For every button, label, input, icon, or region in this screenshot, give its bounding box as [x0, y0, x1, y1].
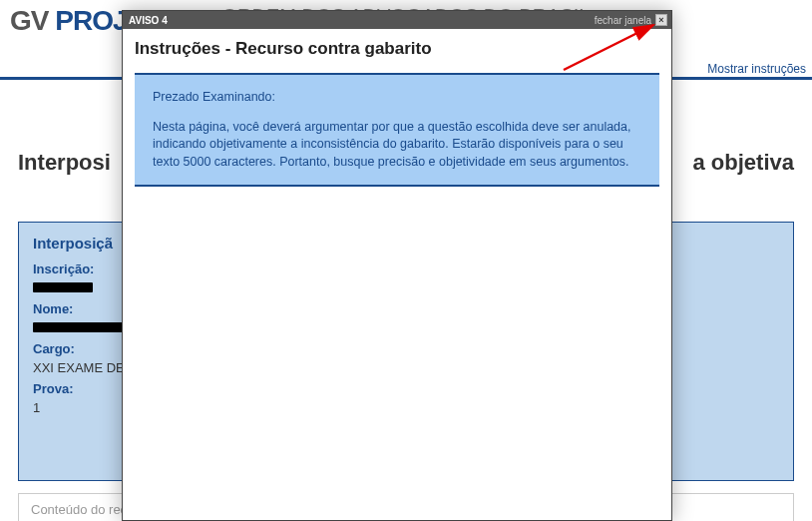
instruction-greeting: Prezado Examinando: [153, 89, 641, 107]
modal-titlebar-text: AVISO 4 [129, 15, 168, 26]
modal-body: Instruções - Recurso contra gabarito Pre… [123, 29, 671, 197]
modal-close-label: fechar janela [595, 15, 651, 26]
logo-text-1: GV [10, 5, 55, 36]
instruction-modal: AVISO 4 fechar janela × Instruções - Rec… [122, 10, 672, 521]
modal-heading: Instruções - Recurso contra gabarito [135, 39, 659, 59]
page-title-right: a objetiva [693, 150, 794, 176]
instruction-box: Prezado Examinando: Nesta página, você d… [135, 73, 659, 187]
page-title-left: Interposi [18, 150, 111, 176]
modal-close-group[interactable]: fechar janela × [595, 14, 667, 26]
show-instructions-link[interactable]: Mostrar instruções [707, 62, 806, 76]
instruction-body: Nesta página, você deverá argumentar por… [153, 119, 641, 172]
close-icon[interactable]: × [655, 14, 667, 26]
modal-titlebar: AVISO 4 fechar janela × [123, 11, 671, 29]
